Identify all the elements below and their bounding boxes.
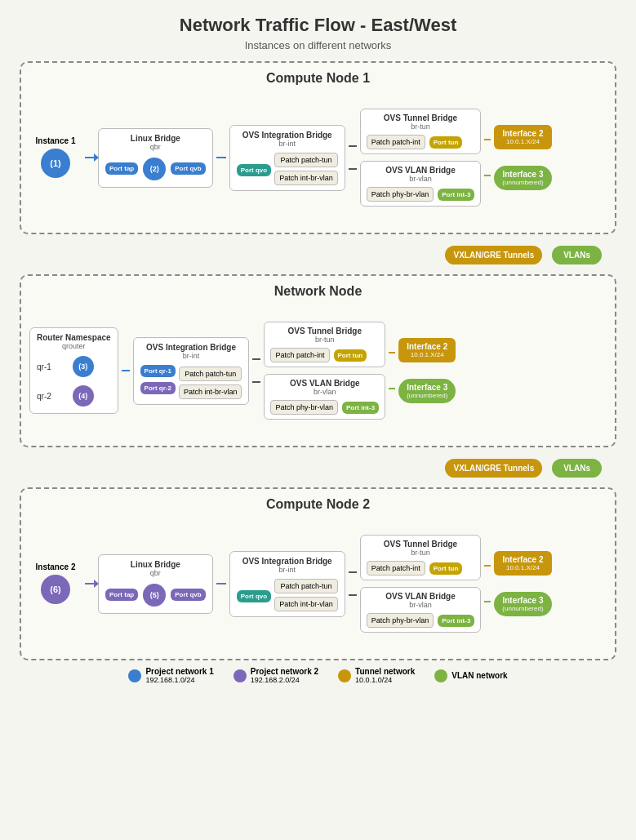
ovs-vlan-nn-subtitle: br-vlan <box>270 388 379 396</box>
linux-bridge-1: Linux Bridge qbr Port tap (2) Port qvb <box>98 128 213 188</box>
page-title: Network Traffic Flow - East/West <box>0 0 636 39</box>
port-int3-1[interactable]: Port int-3 <box>438 189 474 201</box>
legend-item-3: Tunnel network 10.0.1.0/24 <box>338 667 415 684</box>
port-qvo-1[interactable]: Port qvo <box>237 164 271 176</box>
rns-qr1-label: qr-1 <box>37 362 51 371</box>
ovs-vlan-2-title: OVS VLAN Bridge <box>367 592 475 601</box>
patch-vlan-nn: Patch int-br-vlan <box>179 384 242 399</box>
arrow-3b <box>349 168 357 170</box>
ovs-tun-1-title: OVS Tunnel Bridge <box>367 113 475 122</box>
port-tun-1[interactable]: Port tun <box>429 136 463 149</box>
instance-1-container: Instance 1 (1) <box>29 136 82 180</box>
rns-subtitle: qrouter <box>37 342 111 350</box>
instance-1-circle: (1) <box>41 149 70 178</box>
arrow-4b <box>484 175 491 176</box>
ovs-tun-1-subtitle: br-tun <box>367 122 475 131</box>
ovs-int-2-title: OVS Integration Bridge <box>237 557 338 566</box>
legend-circle-3 <box>338 669 351 682</box>
network-node-title: Network Node <box>29 284 607 299</box>
port-tun-2[interactable]: Port tun <box>429 562 463 575</box>
iface3-nn: Interface 3 (unnumbered) <box>398 379 456 403</box>
legend-circle-4 <box>434 669 447 682</box>
patch-tun-nn: Patch patch-tun <box>179 367 242 381</box>
ovs-tun-2-subtitle: br-tun <box>367 549 475 557</box>
port-qr2-nn[interactable]: Port qr-2 <box>140 382 176 394</box>
arrow-2 <box>216 157 226 158</box>
connector-arrows-iface-1 <box>484 139 491 176</box>
ovs-int-2-subtitle: br-int <box>237 566 338 574</box>
port-tun-nn[interactable]: Port tun <box>334 349 367 362</box>
ifaces-nn: Interface 2 10.0.1.X/24 Interface 3 (unn… <box>398 338 456 403</box>
page-subtitle: Instances on different networks <box>0 39 636 51</box>
ovs-vlan-2-subtitle: br-vlan <box>367 601 475 609</box>
iface3-1: Interface 3 (unnumbered) <box>494 166 551 190</box>
port-tap-2[interactable]: Port tap <box>105 589 138 601</box>
patch-vlan-1: Patch int-br-vlan <box>274 171 338 185</box>
ovs-vlan-nn-title: OVS VLAN Bridge <box>270 379 379 388</box>
port-int3-nn[interactable]: Port int-3 <box>342 402 379 414</box>
ovs-tun-nn-title: OVS Tunnel Bridge <box>270 327 379 336</box>
ovs-int-nn-title: OVS Integration Bridge <box>140 343 242 352</box>
connector-arrows-iface-2 <box>484 565 491 602</box>
ovs-right-stack-1: OVS Tunnel Bridge br-tun Patch patch-int… <box>360 109 482 207</box>
instance-2-circle: (6) <box>41 575 70 604</box>
patch-phy-1: Patch phy-br-vlan <box>367 187 434 202</box>
legend-label-2: Project network 2 192.168.2.0/24 <box>251 667 318 684</box>
port-tap-1[interactable]: Port tap <box>105 162 138 175</box>
patch-int-nn: Patch patch-int <box>270 348 329 362</box>
legend-circle-2 <box>233 669 247 682</box>
legend-circle-1 <box>128 669 141 682</box>
ovs-vlan-nn: OVS VLAN Bridge br-vlan Patch phy-br-vla… <box>264 374 385 420</box>
middle-row-2: VXLAN/GRE Tunnels VLANs <box>10 454 626 482</box>
vlan-oval-2: VLANs <box>552 459 602 478</box>
ovs-int-1-subtitle: br-int <box>237 140 338 148</box>
arrow-c2-3b <box>349 594 357 596</box>
instance-1-label: Instance 1 <box>36 136 76 145</box>
rns-node3: (3) <box>73 356 94 377</box>
ovs-tun-2: OVS Tunnel Bridge br-tun Patch patch-int… <box>360 535 482 580</box>
linux-bridge-2: Linux Bridge qbr Port tap (5) Port qvb <box>98 554 213 614</box>
instance-2-label: Instance 2 <box>36 562 76 571</box>
connector-arrows-nn <box>252 358 260 383</box>
port-qvb-2[interactable]: Port qvb <box>171 589 205 601</box>
lb2-title: Linux Bridge <box>105 560 206 569</box>
network-node-box: Network Node Router Namespace qrouter qr… <box>20 274 616 447</box>
iface3-2: Interface 3 (unnumbered) <box>494 592 551 616</box>
port-qr1-nn[interactable]: Port qr-1 <box>140 365 176 377</box>
arrow-c2-4b <box>484 601 491 602</box>
ovs-tun-nn-subtitle: br-tun <box>270 336 379 344</box>
iface2-nn: Interface 2 10.0.1.X/24 <box>398 338 456 362</box>
port-qvo-2[interactable]: Port qvo <box>237 590 271 602</box>
legend-item-1: Project network 1 192.168.1.0/24 <box>128 667 213 684</box>
compute-node-1-title: Compute Node 1 <box>29 71 607 86</box>
ovs-int-1-title: OVS Integration Bridge <box>237 131 338 140</box>
legend-label-1: Project network 1 192.168.1.0/24 <box>145 667 213 684</box>
legend-label-3: Tunnel network 10.0.1.0/24 <box>355 667 415 684</box>
ovs-vlan-1-title: OVS VLAN Bridge <box>367 166 475 175</box>
port-qvb-1[interactable]: Port qvb <box>171 162 205 175</box>
iface2-1: Interface 2 10.0.1.X/24 <box>494 125 551 149</box>
lb1-subtitle: qbr <box>105 143 206 151</box>
ovs-vlan-2: OVS VLAN Bridge br-vlan Patch phy-br-vla… <box>360 587 482 633</box>
ovs-vlan-1: OVS VLAN Bridge br-vlan Patch phy-br-vla… <box>360 161 482 207</box>
arrow-nn-4b <box>389 388 395 389</box>
patch-tun-1: Patch patch-tun <box>274 153 338 167</box>
port-int3-2[interactable]: Port int-3 <box>438 615 474 627</box>
middle-row-1: VXLAN/GRE Tunnels VLANs <box>10 241 626 269</box>
vlan-oval-1: VLANs <box>552 246 602 264</box>
ovs-int-nn: OVS Integration Bridge br-int Port qr-1 … <box>133 337 250 405</box>
arrow-3a <box>349 145 357 147</box>
compute-node-2-title: Compute Node 2 <box>29 497 607 512</box>
compute-node-1-box: Compute Node 1 Instance 1 (1) Linux Brid… <box>20 61 616 234</box>
ovs-tun-nn: OVS Tunnel Bridge br-tun Patch patch-int… <box>264 322 385 367</box>
arrow-nn-4a <box>389 352 395 353</box>
ifaces-2: Interface 2 10.0.1.X/24 Interface 3 (unn… <box>494 551 551 616</box>
ovs-int-1: OVS Integration Bridge br-int Port qvo P… <box>229 125 345 191</box>
rns-title: Router Namespace <box>37 333 111 342</box>
arrow-c2-3a <box>349 571 357 573</box>
lb2-subtitle: qbr <box>105 569 206 577</box>
legend-item-2: Project network 2 192.168.2.0/24 <box>233 667 318 684</box>
patch-tun-2: Patch patch-tun <box>274 579 338 593</box>
connector-arrows-2 <box>349 571 357 596</box>
patch-phy-nn: Patch phy-br-vlan <box>270 400 338 415</box>
